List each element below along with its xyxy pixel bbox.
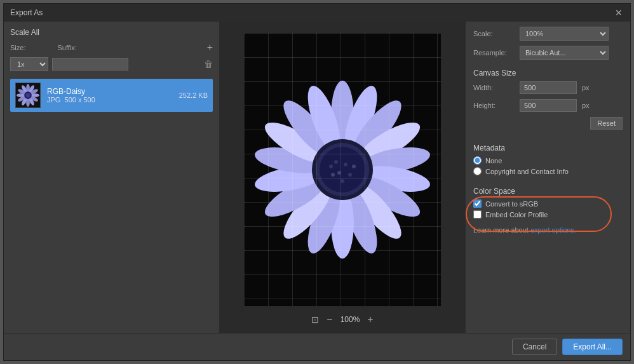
dialog-title: Export As bbox=[10, 8, 43, 17]
zoom-percent: 100% bbox=[341, 315, 360, 324]
svg-point-43 bbox=[341, 179, 344, 183]
metadata-copyright-row: Copyright and Contact Info bbox=[473, 167, 623, 175]
fit-to-screen-icon[interactable]: ⊡ bbox=[311, 314, 319, 325]
height-input[interactable] bbox=[520, 99, 577, 112]
image-preview bbox=[244, 33, 441, 306]
file-format: JPG bbox=[47, 96, 60, 104]
learn-more-prefix: Learn more about bbox=[473, 226, 530, 234]
convert-srgb-row: Convert to sRGB bbox=[473, 199, 623, 208]
file-size: 252.2 KB bbox=[179, 91, 208, 99]
daisy-background bbox=[244, 33, 441, 306]
color-space-section: Convert to sRGB Embed Color Profile bbox=[473, 199, 623, 221]
metadata-none-radio[interactable] bbox=[473, 156, 482, 165]
reset-button[interactable]: Reset bbox=[590, 117, 623, 130]
svg-point-45 bbox=[329, 165, 333, 168]
zoom-bar: ⊡ − 100% + bbox=[311, 311, 373, 328]
cancel-button[interactable]: Cancel bbox=[512, 339, 557, 355]
svg-point-42 bbox=[331, 173, 335, 177]
convert-srgb-label: Convert to sRGB bbox=[485, 200, 538, 208]
file-thumbnail bbox=[15, 83, 41, 108]
learn-more-row: Learn more about export options. bbox=[473, 226, 623, 234]
metadata-copyright-radio[interactable] bbox=[473, 167, 482, 175]
height-label: Height: bbox=[473, 102, 515, 109]
metadata-none-row: None bbox=[473, 156, 623, 165]
left-panel: Scale All Size: Suffix: + 1x 2x 3x 🗑 bbox=[4, 22, 220, 333]
delete-scale-button[interactable]: 🗑 bbox=[204, 59, 213, 69]
file-dimensions: 500 x 500 bbox=[65, 96, 95, 104]
size-label: Size: bbox=[10, 44, 25, 51]
bottom-buttons: Cancel Export All... bbox=[4, 333, 630, 360]
embed-profile-row: Embed Color Profile bbox=[473, 210, 623, 219]
svg-point-44 bbox=[352, 165, 356, 168]
resample-row: Resample: Bicubic Aut... Bicubic Bilinea… bbox=[473, 46, 623, 60]
scale-select[interactable]: 1x 2x 3x bbox=[10, 57, 48, 71]
image-container bbox=[220, 28, 465, 311]
metadata-none-label: None bbox=[485, 157, 502, 165]
height-row: Height: px bbox=[473, 99, 623, 112]
export-all-button[interactable]: Export All... bbox=[562, 339, 623, 355]
svg-point-37 bbox=[320, 147, 365, 192]
file-details: JPG 500 x 500 bbox=[47, 96, 173, 104]
scale-input-row: 1x 2x 3x 🗑 bbox=[10, 57, 213, 71]
thumbnail-svg bbox=[16, 83, 40, 108]
width-label: Width: bbox=[473, 84, 515, 91]
color-space-title: Color Space bbox=[473, 187, 623, 196]
scale-field-label: Scale: bbox=[473, 30, 515, 37]
embed-profile-checkbox[interactable] bbox=[473, 210, 482, 219]
height-unit: px bbox=[582, 102, 590, 109]
resample-label: Resample: bbox=[473, 49, 515, 57]
zoom-out-icon[interactable]: − bbox=[327, 314, 332, 325]
daisy-svg bbox=[244, 33, 441, 306]
svg-point-41 bbox=[348, 173, 352, 177]
suffix-label: Suffix: bbox=[57, 44, 76, 51]
canvas-size-title: Canvas Size bbox=[473, 69, 623, 78]
width-input[interactable] bbox=[520, 81, 577, 94]
scale-field-select[interactable]: 100% 50% 200% bbox=[520, 27, 609, 41]
right-panel: Scale: 100% 50% 200% Resample: Bicubic A… bbox=[465, 22, 630, 333]
learn-more-link[interactable]: export options. bbox=[530, 226, 576, 234]
close-button[interactable]: ✕ bbox=[614, 8, 624, 18]
scale-all-label: Scale All bbox=[10, 28, 213, 37]
svg-point-40 bbox=[337, 171, 341, 175]
add-scale-button[interactable]: + bbox=[207, 42, 213, 53]
metadata-section: None Copyright and Contact Info bbox=[473, 156, 623, 178]
zoom-in-icon[interactable]: + bbox=[367, 314, 373, 325]
metadata-copyright-label: Copyright and Contact Info bbox=[485, 168, 569, 175]
scale-row: Scale: 100% 50% 200% bbox=[473, 27, 623, 41]
embed-profile-label: Embed Color Profile bbox=[485, 211, 548, 219]
size-suffix-row: Size: Suffix: + bbox=[10, 42, 213, 53]
file-info: RGB-Daisy JPG 500 x 500 bbox=[47, 87, 173, 104]
file-item[interactable]: RGB-Daisy JPG 500 x 500 252.2 KB bbox=[10, 79, 213, 112]
svg-point-15 bbox=[25, 93, 30, 98]
resample-select[interactable]: Bicubic Aut... Bicubic Bilinear bbox=[520, 46, 609, 60]
suffix-input[interactable] bbox=[52, 58, 128, 71]
convert-srgb-checkbox[interactable] bbox=[473, 199, 482, 208]
center-panel: ⊡ − 100% + bbox=[220, 22, 465, 333]
width-unit: px bbox=[582, 84, 590, 91]
export-as-dialog: Export As ✕ Scale All Size: Suffix: + 1x… bbox=[3, 3, 631, 361]
svg-point-39 bbox=[344, 163, 347, 166]
metadata-title: Metadata bbox=[473, 144, 623, 152]
svg-point-38 bbox=[334, 160, 338, 164]
dialog-body: Scale All Size: Suffix: + 1x 2x 3x 🗑 bbox=[4, 22, 630, 333]
file-name: RGB-Daisy bbox=[47, 87, 173, 96]
title-bar: Export As ✕ bbox=[4, 4, 630, 22]
width-row: Width: px bbox=[473, 81, 623, 94]
